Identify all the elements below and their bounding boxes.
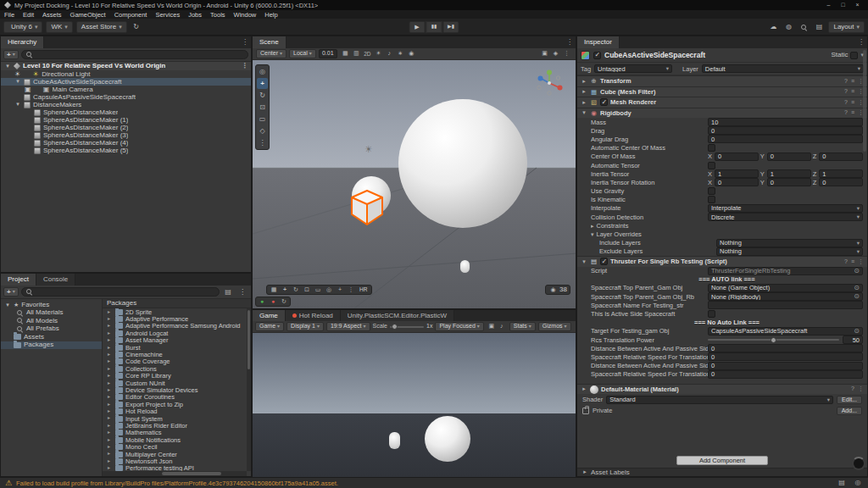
move-icon[interactable]	[280, 286, 290, 294]
scale-icon[interactable]	[257, 102, 268, 113]
presets-icon[interactable]	[851, 99, 854, 106]
distance-marker-sphere-large[interactable]	[398, 99, 527, 228]
menu-item[interactable]: GameObject	[66, 11, 110, 19]
menu-item[interactable]: Services	[151, 11, 184, 19]
expand-arrow-icon[interactable]	[108, 330, 113, 336]
hierarchy-item[interactable]: CapsuleAsPassiveSideSpacecraft	[1, 93, 251, 101]
step-button[interactable]	[443, 21, 459, 33]
menu-item[interactable]: Assets	[38, 11, 66, 19]
property-field[interactable]: 0	[708, 135, 863, 143]
rect-icon[interactable]	[257, 114, 268, 125]
account-button[interactable]: WK	[46, 21, 72, 33]
expand-arrow-icon[interactable]	[108, 373, 113, 379]
grid-icon[interactable]	[340, 49, 351, 59]
favorite-item[interactable]: All Models	[1, 317, 102, 325]
presets-icon[interactable]	[851, 78, 854, 85]
static-checkbox[interactable]	[850, 52, 858, 59]
display-dropdown[interactable]: Display 1	[287, 322, 324, 331]
menu-item[interactable]: Edit	[19, 11, 38, 19]
expand-arrow-icon[interactable]	[108, 394, 113, 400]
menu-item[interactable]: File	[0, 11, 19, 19]
expand-arrow-icon[interactable]	[108, 458, 113, 464]
foldout-arrow-icon[interactable]	[581, 385, 587, 392]
game-tab[interactable]: Game	[253, 310, 286, 321]
property-field[interactable]: 10	[708, 118, 863, 126]
expand-arrow-icon[interactable]	[4, 302, 11, 308]
y-field[interactable]: 0	[767, 178, 811, 186]
vertical-scrollbar[interactable]	[247, 308, 251, 471]
hierarchy-item[interactable]: SphereAsDistanceMaker (1)	[1, 116, 251, 124]
game-view-dropdown[interactable]: Game	[255, 322, 284, 331]
add-label-button[interactable]: Add...	[837, 407, 862, 415]
menu-item[interactable]: Tools	[206, 11, 230, 19]
favorite-item[interactable]: All Materials	[1, 309, 102, 318]
activity-icon[interactable]	[852, 477, 864, 488]
game-viewport[interactable]	[253, 333, 576, 478]
foldout-arrow-icon[interactable]	[581, 109, 587, 116]
more-icon[interactable]	[561, 49, 572, 59]
plus-icon[interactable]	[335, 286, 345, 294]
aspect-ratio-dropdown[interactable]: 19:9 Aspect	[326, 322, 370, 331]
light-icon[interactable]	[373, 49, 384, 59]
expand-arrow-icon[interactable]	[108, 345, 113, 351]
property-field[interactable]: 0	[708, 344, 863, 352]
slider[interactable]	[708, 339, 839, 341]
menu-item[interactable]: Component	[110, 11, 152, 19]
play-button[interactable]	[409, 21, 426, 33]
hot-reload-overlay-badge[interactable]: HR	[357, 286, 370, 293]
bell-icon[interactable]	[782, 21, 794, 33]
property-dropdown[interactable]: Nothing	[716, 247, 863, 256]
expand-arrow-icon[interactable]	[108, 444, 113, 450]
status-bar[interactable]: Failed to load build profile from Librar…	[0, 477, 868, 488]
z-field[interactable]: 1	[819, 169, 863, 178]
rect-icon[interactable]	[313, 286, 323, 294]
property-checkbox[interactable]	[708, 162, 715, 169]
hierarchy-item[interactable]: SphereAsDistanceMaker	[1, 108, 251, 116]
inspector-scrollbar[interactable]	[863, 50, 866, 152]
hierarchy-item[interactable]: CubeAsActiveSideSpacecraft	[1, 78, 251, 86]
magnet-icon[interactable]	[351, 49, 362, 59]
expand-arrow-icon[interactable]	[108, 387, 113, 393]
property-checkbox[interactable]	[708, 196, 715, 203]
fx-icon[interactable]	[395, 49, 406, 59]
object-field[interactable]: None (Game Object)	[708, 284, 863, 292]
create-button[interactable]	[3, 287, 19, 297]
status-message[interactable]: Failed to load build profile from Librar…	[16, 480, 832, 487]
more-icon[interactable]	[236, 286, 248, 298]
expand-arrow-icon[interactable]	[108, 451, 113, 457]
help-icon[interactable]	[844, 109, 848, 116]
orientation-dropdown[interactable]: Local	[289, 49, 316, 58]
component-menu-icon[interactable]	[858, 385, 864, 392]
presets-icon[interactable]	[851, 88, 854, 95]
dot-red-icon[interactable]	[268, 298, 278, 306]
search-icon[interactable]	[798, 21, 810, 33]
scene-root-row[interactable]: Level 10 For Relative Speed Vs World Ori…	[1, 62, 251, 70]
help-icon[interactable]	[844, 99, 848, 106]
camera-icon[interactable]	[487, 321, 497, 333]
component-enabled-checkbox[interactable]	[600, 98, 608, 106]
eye-icon[interactable]	[406, 49, 417, 59]
2d-icon[interactable]	[362, 49, 373, 59]
panel-menu-icon[interactable]	[242, 36, 251, 48]
slider-value-field[interactable]: 50	[843, 336, 863, 344]
directional-light-gizmo[interactable]	[364, 144, 373, 155]
expand-arrow-icon[interactable]	[108, 323, 113, 329]
layers-icon[interactable]	[813, 21, 825, 33]
create-button[interactable]	[3, 50, 19, 59]
edit-shader-button[interactable]: Edit...	[837, 396, 862, 404]
foldout-arrow-icon[interactable]	[581, 88, 587, 95]
tab-inspector[interactable]: Inspector	[577, 36, 620, 48]
expand-arrow-icon[interactable]	[108, 415, 113, 421]
layer-dropdown[interactable]: Default	[702, 64, 864, 73]
move-icon[interactable]	[257, 78, 268, 89]
hand-icon[interactable]	[257, 66, 268, 77]
expand-arrow-icon[interactable]	[4, 63, 11, 69]
refresh-icon[interactable]	[279, 298, 289, 306]
selected-cube-spacecraft[interactable]	[348, 188, 387, 227]
shader-dropdown[interactable]: Standard	[606, 396, 833, 404]
expand-arrow-icon[interactable]	[108, 408, 113, 414]
hierarchy-item[interactable]: DistanceMakers	[1, 101, 251, 108]
hierarchy-item[interactable]: Main Camera	[1, 86, 251, 93]
component-menu-icon[interactable]	[858, 258, 864, 265]
add-component-button[interactable]: Add Component	[676, 456, 768, 465]
